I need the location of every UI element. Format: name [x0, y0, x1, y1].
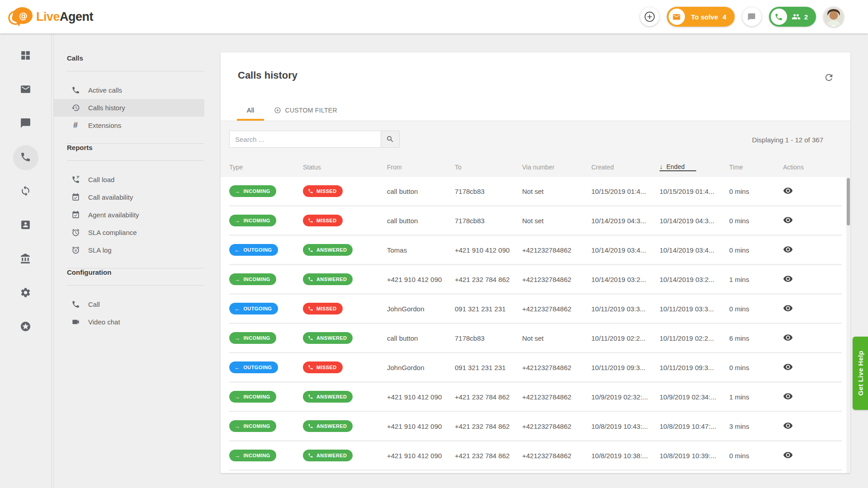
sidebar-item-label: Call load [88, 176, 114, 183]
column-header-ended[interactable]: Ended [660, 163, 696, 171]
view-call-button[interactable] [783, 215, 793, 226]
call-status-badge: ANSWERED [303, 332, 353, 344]
cell-created: 10/11/2019 02:2... [591, 334, 660, 342]
user-avatar[interactable] [824, 7, 844, 27]
view-call-button[interactable] [783, 244, 793, 256]
rail-item-settings[interactable] [13, 281, 38, 306]
rail-item-mail[interactable] [13, 77, 38, 103]
column-header-via-number[interactable]: Via number [522, 164, 591, 171]
sidebar-item-sla-log[interactable]: SLA log [54, 241, 204, 259]
search-button[interactable] [381, 131, 400, 148]
column-header-status[interactable]: Status [303, 164, 387, 171]
rail-item-phone[interactable] [13, 145, 38, 170]
column-header-created[interactable]: Created [591, 164, 660, 171]
mail-icon [672, 13, 681, 21]
search-input[interactable] [229, 131, 381, 148]
chat-icon [20, 117, 31, 131]
call-status-badge: ANSWERED [303, 273, 353, 285]
scrollbar-thumb[interactable] [847, 178, 850, 225]
sidebar-item-label: Agent availability [88, 211, 139, 219]
page-title: Calls history [221, 52, 850, 81]
sidebar-item-agent-availability[interactable]: Agent availability [54, 206, 204, 224]
table-header: TypeStatusFromToVia numberCreatedEndedTi… [229, 157, 842, 177]
agents-online-button[interactable]: 2 [769, 7, 816, 27]
view-call-button[interactable] [783, 303, 793, 314]
cell-from: +421 910 412 090 [387, 422, 455, 430]
cell-ended: 10/14/2019 03:2... [660, 276, 729, 283]
column-header-type[interactable]: Type [229, 164, 303, 171]
search-icon [386, 135, 394, 143]
sidebar-item-extensions[interactable]: # Extensions [54, 117, 204, 134]
call-direction-icon: → [234, 188, 240, 194]
cell-from: call button [387, 217, 455, 225]
view-call-button[interactable] [783, 274, 793, 285]
calendar-check-icon [71, 211, 80, 220]
column-header-time[interactable]: Time [729, 164, 783, 171]
alarm-icon [71, 228, 80, 237]
sidebar-item-video-chat[interactable]: Video chat [54, 313, 204, 331]
cell-created: 10/14/2019 03:2... [591, 276, 660, 283]
eye-icon [783, 333, 793, 343]
refresh-button[interactable] [824, 72, 834, 84]
logo-bubble-icon: @ @ [7, 6, 33, 27]
cell-created: 10/14/2019 04:3... [591, 217, 660, 225]
rail-item-loop[interactable] [13, 179, 38, 204]
view-call-button[interactable] [783, 186, 793, 197]
tab-custom-filter[interactable]: CUSTOM FILTER [264, 100, 347, 121]
call-direction-icon: → [234, 423, 240, 429]
to-solve-button[interactable]: To solve 4 [667, 7, 735, 27]
view-call-button[interactable] [783, 362, 793, 373]
eye-icon [783, 244, 793, 254]
cell-ended: 10/9/2019 02:34:... [660, 393, 729, 401]
sidebar-item-call-availability[interactable]: Call availability [54, 188, 204, 206]
cell-created: 10/8/2019 10:43:... [591, 422, 660, 430]
app-body: Calls Active calls Calls history # Exten… [0, 33, 868, 488]
tab-all[interactable]: All [237, 100, 264, 121]
cell-via-number: +421232784862 [522, 246, 591, 254]
rail-item-stars[interactable] [13, 314, 38, 340]
table-row: ←OUTGOING ANSWERED Tomas +421 910 412 09… [229, 236, 842, 265]
sidebar-item-active-calls[interactable]: Active calls [54, 81, 204, 99]
cell-ended: 10/15/2019 01:4... [660, 188, 729, 195]
cell-to: 091 321 231 231 [455, 305, 522, 313]
card-header: Calls history All CUSTOM FILTER [221, 52, 850, 121]
sidebar-item-sla-compliance[interactable]: SLA compliance [54, 224, 204, 241]
rail-item-bank[interactable] [13, 247, 38, 272]
call-direction-icon: ← [234, 306, 240, 312]
view-call-button[interactable] [783, 391, 793, 403]
table-scrollbar[interactable] [846, 177, 850, 473]
cell-time: 0 mins [729, 246, 783, 254]
cell-via-number: +421232784862 [522, 393, 591, 401]
column-header-to[interactable]: To [455, 164, 522, 171]
cell-time: 6 mins [729, 334, 783, 342]
rail-item-chat[interactable] [13, 111, 38, 136]
eye-icon [783, 362, 793, 372]
settings-icon [20, 287, 31, 300]
rail-item-dashboard[interactable] [13, 43, 38, 69]
liveagent-logo[interactable]: @ @ LiveAgent [7, 6, 93, 27]
sidebar-item-call-load[interactable]: Call load [54, 171, 204, 188]
view-call-button[interactable] [783, 421, 793, 432]
sidebar-item-label: Call availability [88, 193, 133, 201]
rail-item-contacts[interactable] [13, 213, 38, 238]
view-call-button[interactable] [783, 450, 793, 461]
cell-from: Tomas [387, 246, 455, 254]
cell-to: 091 321 231 231 [455, 364, 522, 371]
view-call-button[interactable] [783, 333, 793, 344]
cell-via-number: +421232784862 [522, 422, 591, 430]
cell-via-number: +421232784862 [522, 276, 591, 283]
chat-notifications-button[interactable] [742, 7, 761, 26]
sidebar-item-call[interactable]: Call [54, 296, 204, 313]
cell-from: +421 910 412 090 [387, 276, 455, 283]
call-type-badge: ←OUTGOING [229, 303, 278, 314]
sidebar-item-label: SLA log [88, 246, 112, 254]
call-status-badge: MISSED [303, 303, 343, 314]
get-live-help-button[interactable]: Get Live Help [853, 337, 868, 410]
add-button[interactable] [640, 7, 659, 26]
column-header-from[interactable]: From [387, 164, 455, 171]
column-header-actions[interactable]: Actions [783, 164, 842, 171]
sidebar-item-calls-history[interactable]: Calls history [54, 99, 204, 117]
cell-ended: 10/11/2019 03:3... [660, 305, 729, 313]
cell-to: +421 232 784 862 [455, 422, 522, 430]
calls-history-card: Calls history All CUSTOM FILTER [221, 52, 850, 473]
